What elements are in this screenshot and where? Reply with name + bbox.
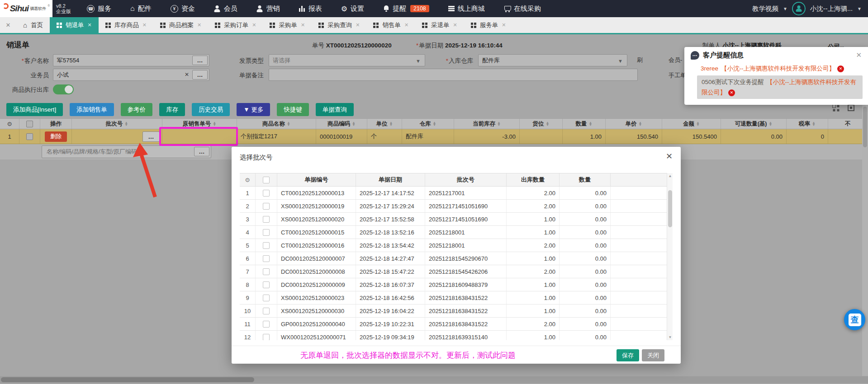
column-header[interactable]: 批次号 ▲▼	[72, 119, 162, 129]
scroll-down-icon[interactable]: ▼	[667, 335, 673, 339]
sort-icon[interactable]: ▲▼	[639, 122, 642, 126]
row-checkbox[interactable]	[263, 255, 270, 262]
tax-rate-cell[interactable]: 0	[787, 129, 828, 144]
tab[interactable]: 采购订单 ✕	[208, 17, 263, 33]
tab[interactable]: 采购查询 ✕	[312, 17, 366, 33]
user-name[interactable]: 小沈--上海驷...	[810, 5, 853, 13]
search-lookup-button[interactable]: …	[194, 147, 209, 156]
amount-cell[interactable]: 150.5400	[662, 129, 721, 144]
avatar[interactable]	[792, 2, 806, 15]
warehouse-select[interactable]: 配件库 ▼	[478, 54, 627, 66]
returnable-qty-cell[interactable]: 0.00	[721, 129, 787, 144]
scrollbar-thumb[interactable]	[668, 190, 672, 227]
topnav-menu-item[interactable]: ⚙ 设置	[332, 0, 374, 17]
dismiss-icon[interactable]: ✕	[837, 66, 844, 72]
batch-select-all-header[interactable]	[256, 173, 277, 186]
location-cell[interactable]	[520, 129, 563, 144]
salesman-input[interactable]: 小试 ✕ …	[53, 69, 209, 81]
batch-row[interactable]: 4 CT00012025120000015 2025-12-18 13:52:1…	[240, 226, 673, 239]
batch-lookup-button[interactable]: …	[142, 131, 160, 142]
batch-settings-header[interactable]: ⚙	[240, 173, 256, 186]
select-all-checkbox[interactable]	[26, 121, 33, 127]
batch-row[interactable]: 9 XS00012025120000023 2025-12-18 16:42:5…	[240, 291, 673, 304]
sort-icon[interactable]: ▲▼	[812, 122, 816, 126]
column-header[interactable]: 批次号	[425, 173, 507, 186]
salesman-lookup-button[interactable]: …	[192, 70, 208, 80]
row-checkbox[interactable]	[263, 242, 270, 249]
batch-row[interactable]: 2 XS00012025120000019 2025-12-17 15:29:2…	[240, 200, 673, 213]
column-header[interactable]: 货位 ▲▼	[520, 119, 563, 129]
tab[interactable]: 商品档案 ✕	[153, 17, 208, 33]
grid-layout-icon[interactable]	[832, 104, 840, 112]
save-button[interactable]: 保存	[617, 349, 639, 361]
column-header[interactable]: 操作 ▲▼	[40, 119, 72, 129]
toolbar-button[interactable]: 参考价	[121, 103, 153, 116]
tab-close-icon[interactable]: ✕	[404, 22, 408, 28]
batch-row[interactable]: 3 XS00012025120000020 2025-12-17 15:52:5…	[240, 213, 673, 226]
column-header[interactable]: 商品编码 ▲▼	[316, 119, 367, 129]
invoice-type-select[interactable]: 请选择 ▼	[269, 54, 425, 66]
tab-close-icon[interactable]: ✕	[88, 22, 92, 28]
row-checkbox[interactable]	[263, 321, 270, 328]
tab-close-icon[interactable]: ✕	[142, 22, 147, 28]
tab-close-icon[interactable]: ✕	[197, 22, 201, 28]
column-header[interactable]: 金额 ▲▼	[662, 119, 721, 129]
row-checkbox[interactable]	[263, 268, 270, 275]
row-checkbox[interactable]	[263, 190, 270, 197]
sort-icon[interactable]: ▲▼	[352, 122, 356, 126]
current-stock-cell[interactable]: -3.00	[454, 129, 520, 144]
column-header[interactable]: 单据编号	[277, 173, 356, 186]
column-header[interactable]: 出库数量	[507, 173, 560, 186]
close-button[interactable]: 关闭	[642, 349, 664, 361]
scroll-up-icon[interactable]: ▲	[667, 174, 673, 178]
sort-icon[interactable]: ▲▼	[696, 122, 700, 126]
row-checkbox[interactable]	[263, 216, 270, 223]
column-header[interactable]: 可退数量(基) ▲▼	[721, 119, 787, 129]
toolbar-button[interactable]: 快捷键	[277, 103, 309, 116]
product-search-input[interactable]: 名称/编码/品牌/规格/车型/原厂编码 …	[42, 145, 211, 158]
batch-row[interactable]: 5 CT00012025120000016 2025-12-18 13:54:4…	[240, 239, 673, 252]
tab[interactable]: 服务单 ✕	[464, 17, 513, 33]
tab-close-icon[interactable]: ✕	[252, 22, 256, 28]
tab-close-icon[interactable]: ✕	[356, 22, 360, 28]
clear-icon[interactable]: ✕	[185, 71, 189, 78]
sort-icon[interactable]: ▲▼	[287, 122, 290, 126]
select-all-header[interactable]	[19, 119, 40, 129]
customer-lookup-button[interactable]: …	[192, 56, 208, 65]
toolbar-button[interactable]: 历史交易	[192, 103, 230, 116]
tutorial-link[interactable]: 教学视频	[752, 5, 778, 13]
toolbar-button[interactable]: ▼ 更多	[237, 103, 270, 116]
column-header[interactable]: 单据日期	[356, 173, 425, 186]
dismiss-icon[interactable]: ✕	[728, 89, 735, 96]
row-checkbox[interactable]	[263, 334, 270, 341]
topnav-menu-item[interactable]: ¥ 资金	[161, 0, 204, 17]
unit-cell[interactable]: 个	[367, 129, 402, 144]
reminder-close-icon[interactable]: ✕	[856, 51, 862, 59]
customer-input[interactable]: 军57554 …	[53, 54, 209, 66]
toolbar-button[interactable]: 添加销售单	[70, 103, 114, 116]
topnav-menu-item[interactable]: 营销	[247, 0, 289, 17]
batch-row[interactable]: 12 WX00012025120000071 2025-12-19 09:34:…	[240, 331, 673, 340]
tab-close-icon[interactable]: ✕	[301, 22, 305, 28]
quantity-cell[interactable]: 1.00	[563, 129, 606, 144]
row-checkbox[interactable]	[263, 203, 270, 210]
column-header[interactable]: 数量	[560, 173, 611, 186]
dialog-scrollbar[interactable]: ▲ ▼	[667, 173, 673, 340]
tab[interactable]: 销退单 ✕	[50, 17, 99, 33]
column-header[interactable]: 单位 ▲▼	[367, 119, 402, 129]
tab[interactable]: 采退单 ✕	[415, 17, 464, 33]
batch-row[interactable]: 8 DC00012025120000009 2025-12-18 16:07:3…	[240, 278, 673, 291]
sort-icon[interactable]: ▲▼	[546, 122, 550, 126]
toolbar-button[interactable]: 添加商品[Insert]	[6, 103, 63, 116]
sort-icon[interactable]: ▲▼	[497, 122, 501, 126]
select-all-checkbox[interactable]	[263, 177, 270, 183]
batch-row[interactable]: 11 GP00012025120000040 2025-12-19 10:22:…	[240, 318, 673, 331]
product-name-cell[interactable]: 个别指定1217	[237, 129, 316, 144]
batch-row[interactable]: 6 DC00012025120000007 2025-12-18 14:27:4…	[240, 252, 673, 265]
column-header[interactable]: 仓库 ▲▼	[402, 119, 454, 129]
row-checkbox[interactable]	[26, 133, 33, 140]
column-header[interactable]: 商品名称 ▲▼	[237, 119, 316, 129]
horizontal-scrollbar[interactable]	[0, 376, 868, 383]
column-header[interactable]: 数量 ▲▼	[563, 119, 606, 129]
sort-icon[interactable]: ▲▼	[768, 122, 772, 126]
